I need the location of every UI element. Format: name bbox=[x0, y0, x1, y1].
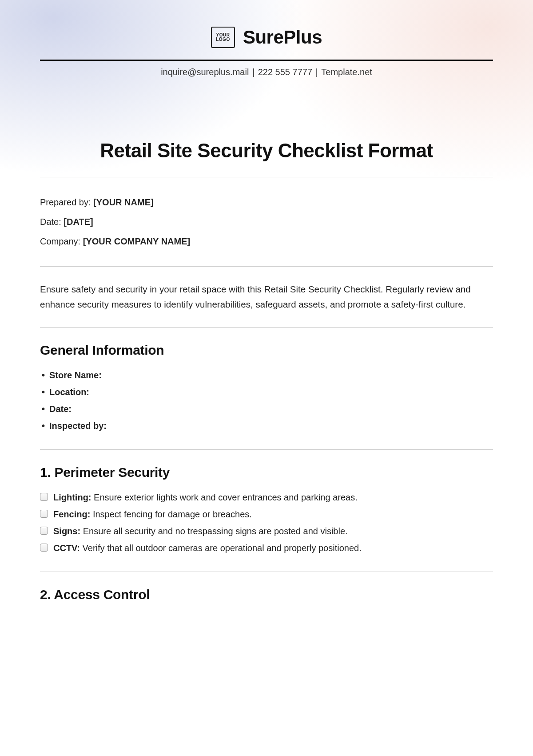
checklist-desc: Inspect fencing for damage or breaches. bbox=[90, 509, 252, 519]
separator: | bbox=[316, 67, 321, 77]
meta-value: [YOUR COMPANY NAME] bbox=[83, 236, 190, 246]
checklist-label: CCTV: bbox=[53, 543, 80, 553]
meta-value: [DATE] bbox=[64, 217, 93, 227]
document-header: YOUR LOGO SurePlus bbox=[40, 27, 493, 48]
meta-block: Prepared by: [YOUR NAME] Date: [DATE] Co… bbox=[40, 192, 493, 251]
divider bbox=[40, 177, 493, 177]
checklist-label: Signs: bbox=[53, 526, 80, 536]
document-title: Retail Site Security Checklist Format bbox=[40, 140, 493, 162]
contact-phone: 222 555 7777 bbox=[258, 67, 312, 77]
meta-date: Date: [DATE] bbox=[40, 212, 493, 232]
general-info-list: Store Name: Location: Date: Inspected by… bbox=[40, 367, 493, 434]
checklist-item: CCTV: Verify that all outdoor cameras ar… bbox=[40, 540, 493, 556]
checklist-label: Fencing: bbox=[53, 509, 90, 519]
checklist-text: Lighting: Ensure exterior lights work an… bbox=[53, 489, 358, 506]
checklist-text: CCTV: Verify that all outdoor cameras ar… bbox=[53, 540, 362, 556]
list-item: Store Name: bbox=[42, 367, 493, 384]
meta-company: Company: [YOUR COMPANY NAME] bbox=[40, 232, 493, 251]
checkbox-icon[interactable] bbox=[40, 544, 48, 552]
header-divider bbox=[40, 60, 493, 61]
checklist-desc: Verify that all outdoor cameras are oper… bbox=[80, 543, 362, 553]
list-item-label: Location: bbox=[49, 387, 89, 397]
checklist-perimeter: Lighting: Ensure exterior lights work an… bbox=[40, 489, 493, 556]
divider bbox=[40, 572, 493, 572]
meta-value: [YOUR NAME] bbox=[93, 197, 154, 207]
checklist-text: Signs: Ensure all security and no trespa… bbox=[53, 523, 348, 540]
divider bbox=[40, 266, 493, 267]
list-item-label: Date: bbox=[49, 404, 72, 414]
intro-paragraph: Ensure safety and security in your retai… bbox=[40, 282, 493, 312]
meta-label: Prepared by: bbox=[40, 197, 93, 207]
contact-line: inquire@sureplus.mail | 222 555 7777 | T… bbox=[40, 67, 493, 77]
section-2-heading: 2. Access Control bbox=[40, 587, 493, 602]
checklist-item: Fencing: Inspect fencing for damage or b… bbox=[40, 506, 493, 523]
list-item: Location: bbox=[42, 384, 493, 400]
meta-label: Date: bbox=[40, 217, 64, 227]
checklist-desc: Ensure exterior lights work and cover en… bbox=[91, 492, 358, 502]
checklist-item: Lighting: Ensure exterior lights work an… bbox=[40, 489, 493, 506]
meta-label: Company: bbox=[40, 236, 83, 246]
logo-placeholder: YOUR LOGO bbox=[211, 27, 235, 48]
checkbox-icon[interactable] bbox=[40, 527, 48, 535]
meta-prepared-by: Prepared by: [YOUR NAME] bbox=[40, 192, 493, 212]
contact-email: inquire@sureplus.mail bbox=[161, 67, 249, 77]
checklist-item: Signs: Ensure all security and no trespa… bbox=[40, 523, 493, 540]
checklist-label: Lighting: bbox=[53, 492, 91, 502]
list-item: Date: bbox=[42, 400, 493, 417]
divider bbox=[40, 327, 493, 328]
checklist-text: Fencing: Inspect fencing for damage or b… bbox=[53, 506, 252, 523]
checkbox-icon[interactable] bbox=[40, 493, 48, 501]
section-general-heading: General Information bbox=[40, 343, 493, 358]
list-item-label: Store Name: bbox=[49, 370, 102, 380]
list-item: Inspected by: bbox=[42, 417, 493, 434]
contact-site: Template.net bbox=[321, 67, 372, 77]
brand-name: SurePlus bbox=[243, 27, 322, 48]
checklist-desc: Ensure all security and no trespassing s… bbox=[80, 526, 347, 536]
list-item-label: Inspected by: bbox=[49, 421, 107, 431]
separator: | bbox=[252, 67, 257, 77]
divider bbox=[40, 449, 493, 450]
checkbox-icon[interactable] bbox=[40, 510, 48, 518]
section-1-heading: 1. Perimeter Security bbox=[40, 465, 493, 480]
